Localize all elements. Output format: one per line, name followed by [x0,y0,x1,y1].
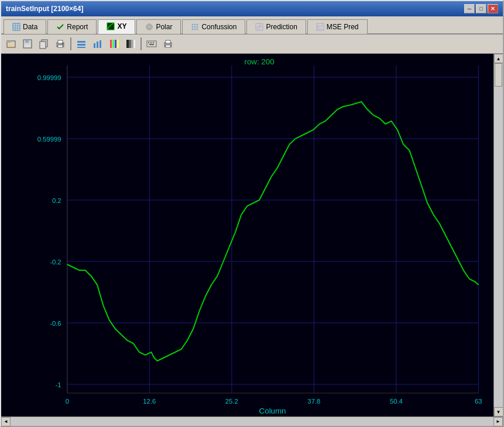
svg-point-9 [192,24,194,26]
svg-rect-32 [25,44,30,47]
chart-area: row: 200 0.99999 0.59999 0.2 -0.2 -0.6 -… [1,54,493,416]
svg-point-15 [192,29,194,30]
svg-point-16 [194,29,196,30]
scrollbar-vertical[interactable]: ▲ ▼ [493,54,503,416]
svg-rect-0 [13,23,20,30]
tab-msepred-label: MSE Pred [327,23,359,31]
scrollbar-v-track[interactable] [494,63,503,407]
svg-point-10 [194,24,196,26]
tab-polar-label: Polar [156,23,172,31]
svg-rect-28 [7,41,11,43]
color-button[interactable] [107,36,122,51]
xy-tab-icon [107,22,115,30]
svg-rect-44 [100,40,101,48]
tab-msepred[interactable]: MSE Pred [307,19,368,34]
svg-text:row: 200: row: 200 [244,57,274,66]
keyboard-button[interactable] [144,36,159,51]
tab-prediction-label: Prediction [266,23,297,31]
window-title: trainSetInput [2100×64] [6,5,83,13]
svg-point-38 [62,43,63,44]
gradient-button[interactable] [123,36,138,51]
svg-rect-61 [1,54,493,416]
scrollbar-horizontal[interactable]: ◄ ► [1,417,503,426]
tab-prediction[interactable]: Prediction [246,19,306,34]
toolbar [1,35,503,54]
svg-point-21 [257,28,258,29]
svg-rect-45 [110,40,112,48]
maximize-button[interactable]: □ [476,4,486,13]
scrollbar-h-track[interactable] [11,417,493,426]
minimize-button[interactable]: ─ [464,4,475,13]
svg-text:-1: -1 [56,381,61,388]
svg-text:0.2: 0.2 [52,197,61,204]
print2-button[interactable] [160,36,176,51]
tab-bar: Data Report XY [1,16,503,35]
line-style-button[interactable] [74,36,89,51]
svg-rect-55 [150,42,152,43]
svg-text:63: 63 [475,398,482,405]
report-tab-icon [56,23,64,31]
prediction-tab-icon [255,23,263,31]
svg-rect-59 [166,40,170,43]
tab-data[interactable]: Data [4,19,46,34]
svg-rect-29 [8,44,15,47]
scrollbar-v-thumb[interactable] [495,63,502,87]
open-button[interactable] [4,36,19,51]
svg-text:0.59999: 0.59999 [37,136,61,143]
svg-text:Column: Column [259,407,286,415]
svg-rect-37 [58,45,63,47]
svg-point-8 [149,26,150,27]
svg-rect-31 [25,40,29,43]
svg-text:50.4: 50.4 [390,398,403,405]
bottom-bar: ◄ ► [1,416,503,426]
scrollbar-up-button[interactable]: ▲ [494,54,503,63]
svg-rect-57 [149,44,154,45]
svg-rect-50 [129,40,131,48]
scrollbar-left-button[interactable]: ◄ [1,417,11,426]
svg-text:12.6: 12.6 [143,398,156,405]
svg-rect-34 [40,42,46,49]
scrollbar-right-button[interactable]: ► [493,417,503,426]
svg-rect-43 [97,42,98,48]
svg-rect-40 [77,44,85,46]
main-content: row: 200 0.99999 0.59999 0.2 -0.2 -0.6 -… [1,54,503,416]
svg-rect-41 [77,47,85,48]
data-tab-icon [12,23,20,31]
tab-report-label: Report [67,23,88,31]
svg-point-11 [197,24,198,26]
tab-xy[interactable]: XY [98,19,135,34]
svg-text:-0.6: -0.6 [50,320,61,327]
tab-xy-label: XY [117,22,126,30]
bar-style-button[interactable] [90,36,105,51]
tab-confussion[interactable]: Confussion [182,19,245,34]
svg-text:0: 0 [66,398,69,405]
print-button[interactable] [53,36,68,51]
svg-rect-42 [94,43,95,48]
svg-rect-51 [131,40,133,48]
svg-point-13 [194,26,196,28]
svg-rect-60 [166,45,170,47]
svg-rect-36 [58,40,63,43]
copy-button[interactable] [36,36,52,51]
tab-polar[interactable]: Polar [136,19,181,34]
svg-point-14 [197,26,198,28]
svg-rect-54 [148,42,149,43]
scrollbar-down-button[interactable]: ▼ [494,407,503,416]
tab-report[interactable]: Report [47,19,97,34]
svg-rect-52 [133,40,135,48]
svg-rect-49 [126,40,129,48]
svg-rect-39 [77,41,85,43]
svg-rect-56 [153,42,154,43]
tab-data-label: Data [23,23,37,31]
title-bar: trainSetInput [2100×64] ─ □ ✕ [1,1,503,16]
confussion-tab-icon [191,23,199,31]
svg-rect-47 [115,40,116,48]
svg-text:25.2: 25.2 [225,398,238,405]
msepred-tab-icon [316,23,324,31]
save-button[interactable] [20,36,35,51]
svg-point-22 [259,26,260,27]
svg-rect-48 [117,40,119,48]
separator-1 [70,37,71,50]
close-button[interactable]: ✕ [488,4,498,13]
main-window: trainSetInput [2100×64] ─ □ ✕ Data [0,0,504,427]
